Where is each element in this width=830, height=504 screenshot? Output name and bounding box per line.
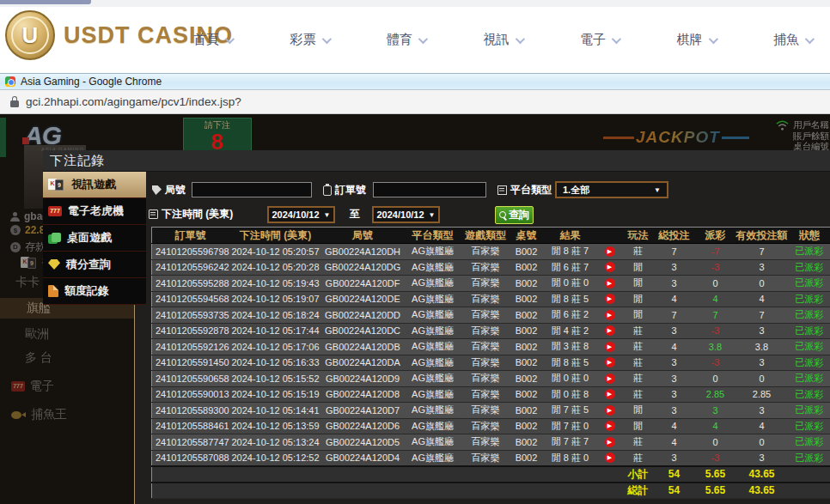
nav-item-lottery[interactable]: 彩票: [290, 32, 329, 48]
play-video-button[interactable]: ▶: [605, 405, 615, 416]
cell-game-type: 百家樂: [462, 291, 510, 307]
nav-item-home[interactable]: 首頁: [193, 32, 232, 48]
cell-payout: 0: [695, 276, 736, 292]
cell-table: B002: [510, 291, 544, 307]
bet-records-table: 訂單號 下注時間 (美東) 局號 平台類型 遊戲類型 桌號 結果 玩法 縂投注 …: [151, 227, 830, 499]
playing-cards-icon: K9: [48, 179, 65, 191]
bet-records-menu: K9 視訊遊戲 777 電子老虎機 桌面遊戲 積分查詢 額度記錄: [43, 172, 146, 305]
cell-time: 2024-10-12 05:19:07: [229, 291, 322, 307]
date-to-select[interactable]: 2024/10/12 ▼: [372, 206, 440, 223]
col-total-bet: 縂投注: [654, 228, 695, 244]
menu-item-credit-records[interactable]: 額度記錄: [43, 278, 146, 305]
cell-replay: ▶: [597, 434, 623, 451]
cell-result: 閒 3 莊 8: [544, 339, 597, 355]
cell-play: 閒: [623, 291, 654, 307]
cell-total-bet: 3: [654, 403, 695, 419]
cell-valid-bet: 0: [736, 276, 788, 292]
lock-icon[interactable]: [10, 96, 19, 107]
cell-replay: ▶: [597, 355, 623, 371]
play-video-button[interactable]: ▶: [605, 373, 615, 384]
ag-logo-red-square: [22, 137, 29, 144]
cell-play: 閒: [623, 276, 654, 292]
menu-item-video-games[interactable]: K9 視訊遊戲: [43, 172, 146, 198]
cell-round: GB00224A120D9: [322, 371, 404, 387]
cell-replay: ▶: [597, 244, 623, 260]
site-header: U USDT CASINO 首頁 彩票 體育 視訊 電子 棋牌 捕魚: [0, 7, 830, 73]
cell-result: 閒 4 莊 2: [544, 323, 597, 339]
cell-play: 閒: [623, 259, 654, 276]
search-button[interactable]: 查詢: [495, 206, 534, 224]
cell-payout: -7: [695, 244, 736, 260]
table-row: 241012055952886 2024-10-12 05:19:43 GB00…: [152, 276, 830, 292]
play-video-button[interactable]: ▶: [605, 421, 615, 431]
dropdown-arrow-icon: ▼: [324, 211, 331, 219]
cell-platform: AG旗艦廳: [404, 276, 462, 292]
cell-game-type: 百家樂: [462, 307, 510, 324]
play-video-button[interactable]: ▶: [605, 325, 615, 336]
cell-table: B002: [510, 371, 544, 387]
play-video-button[interactable]: ▶: [605, 389, 615, 399]
cell-game-type: 百家樂: [462, 276, 510, 292]
cell-status: 已派彩: [788, 355, 830, 371]
play-video-button[interactable]: ▶: [605, 452, 615, 463]
cell-total-bet: 4: [654, 434, 695, 451]
play-video-button[interactable]: ▶: [605, 246, 615, 257]
cell-total-bet: 3: [654, 259, 695, 276]
cell-platform: AG旗艦廳: [404, 450, 462, 466]
play-video-button[interactable]: ▶: [605, 310, 615, 320]
order-input[interactable]: [373, 182, 486, 197]
cell-play: 閒: [623, 418, 654, 434]
window-title: Asia Gaming - Google Chrome: [21, 76, 162, 88]
menu-item-table-games[interactable]: 桌面遊戲: [43, 225, 146, 252]
bet-records-content: 局號 訂單號 平台類型 1.全部 ▼ 下注時間 (美東) 2024/10/1: [134, 172, 830, 504]
nav-item-live[interactable]: 視訊: [484, 32, 522, 48]
chevron-down-icon: [805, 33, 815, 43]
play-video-button[interactable]: ▶: [605, 294, 615, 304]
cell-replay: ▶: [597, 276, 623, 292]
menu-item-slot-machines[interactable]: 777 電子老虎機: [43, 198, 146, 225]
play-video-button[interactable]: ▶: [605, 342, 615, 352]
platform-type-select[interactable]: 1.全部 ▼: [555, 181, 668, 198]
nav-item-slots[interactable]: 電子: [580, 32, 619, 48]
date-from-select[interactable]: 2024/10/12 ▼: [267, 206, 335, 223]
nav-item-fishing[interactable]: 捕魚: [773, 32, 812, 48]
cell-total-bet: 3: [654, 386, 695, 403]
cell-result: 閒 7 莊 0: [544, 418, 597, 434]
lobby-item-multi: 多 台: [0, 349, 134, 367]
browser-tab[interactable]: [0, 0, 91, 4]
cell-result: 閒 6 莊 2: [544, 307, 597, 324]
nav-item-sports[interactable]: 體育: [387, 32, 425, 48]
cell-total-bet: 4: [654, 339, 695, 355]
cell-valid-bet: 3: [736, 259, 788, 276]
cell-replay: ▶: [597, 371, 623, 387]
cell-time: 2024-10-12 05:19:43: [229, 276, 322, 292]
round-input[interactable]: [192, 182, 312, 197]
col-result: 結果: [544, 228, 597, 244]
cell-status: 已派彩: [788, 418, 830, 434]
nav-item-cards[interactable]: 棋牌: [677, 32, 716, 48]
cell-order: 241012055945683: [152, 291, 229, 307]
cell-game-type: 百家樂: [462, 403, 510, 419]
play-video-button[interactable]: ▶: [605, 262, 615, 272]
order-label: 訂單號: [323, 183, 366, 197]
play-video-button[interactable]: ▶: [605, 437, 615, 447]
cell-round: GB00224A120D6: [322, 418, 404, 434]
play-video-button[interactable]: ▶: [605, 357, 615, 367]
cell-play: 莊: [623, 244, 654, 260]
cell-status: 已派彩: [788, 386, 830, 403]
cell-replay: ▶: [597, 450, 623, 466]
menu-item-points-inquiry[interactable]: 積分查詢: [43, 252, 146, 278]
table-row: 241012055945683 2024-10-12 05:19:07 GB00…: [152, 291, 830, 307]
subtotal-payout: 5.65: [695, 466, 736, 483]
cell-total-bet: 7: [654, 244, 695, 260]
subtotal-label: 小計: [623, 466, 654, 483]
cell-result: 閒 0 莊 0: [544, 371, 597, 387]
cell-payout: -3: [695, 450, 736, 466]
cell-valid-bet: 7: [736, 307, 788, 324]
round-label: 局號: [152, 183, 186, 197]
address-bar[interactable]: gci.2hhapi.com/agingame/pcv1/index.jsp?: [0, 90, 830, 114]
col-replay: [597, 228, 623, 244]
cell-total-bet: 4: [654, 418, 695, 434]
cell-game-type: 百家樂: [462, 259, 510, 276]
play-video-button[interactable]: ▶: [605, 278, 615, 288]
